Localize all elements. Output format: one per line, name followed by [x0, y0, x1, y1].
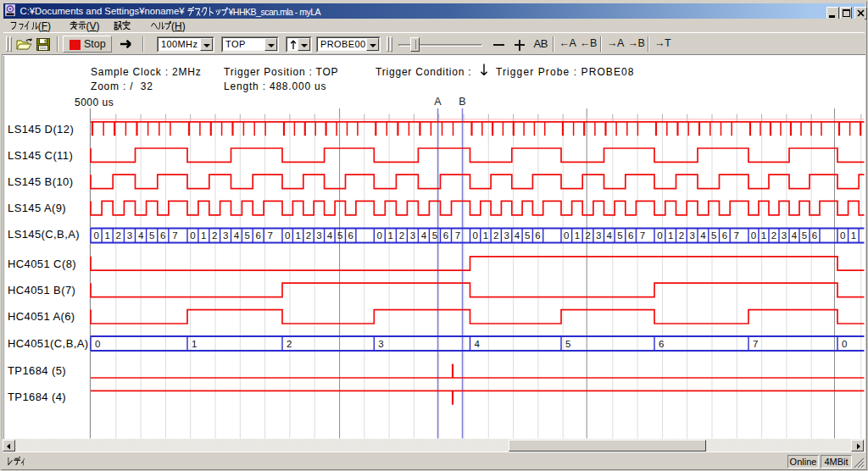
- svg-text:LS145 B(10): LS145 B(10): [8, 175, 73, 188]
- svg-text:6: 6: [443, 230, 448, 241]
- svg-text:2: 2: [116, 230, 121, 241]
- svg-text:0: 0: [95, 339, 100, 349]
- svg-text:0: 0: [657, 230, 662, 241]
- svg-text:B: B: [459, 96, 465, 108]
- svg-text:1: 1: [201, 230, 206, 241]
- svg-text:3: 3: [782, 230, 787, 241]
- svg-text:1: 1: [295, 230, 300, 241]
- svg-text:5: 5: [802, 230, 807, 241]
- svg-text:0: 0: [564, 230, 569, 241]
- svg-text:6: 6: [535, 230, 540, 241]
- svg-text:6: 6: [348, 230, 353, 241]
- svg-text:7: 7: [455, 230, 460, 241]
- svg-text:LS145 D(12): LS145 D(12): [8, 123, 74, 136]
- svg-text:A: A: [434, 96, 442, 108]
- svg-text:2: 2: [306, 230, 311, 241]
- svg-text:TP1684 (4): TP1684 (4): [8, 391, 66, 403]
- svg-text:7: 7: [734, 230, 739, 241]
- svg-text:0: 0: [190, 230, 195, 241]
- svg-text:1: 1: [483, 230, 488, 241]
- svg-text:3: 3: [223, 230, 228, 241]
- svg-text:0: 0: [842, 339, 847, 349]
- svg-text:4: 4: [607, 230, 613, 241]
- svg-text:1: 1: [388, 230, 393, 241]
- svg-text:HC4051 B(7): HC4051 B(7): [8, 284, 75, 296]
- svg-text:5: 5: [711, 230, 716, 241]
- svg-text:3: 3: [689, 230, 694, 241]
- svg-text:6: 6: [160, 230, 165, 241]
- svg-text:3: 3: [127, 230, 132, 241]
- svg-text:5: 5: [565, 339, 570, 349]
- svg-text:2: 2: [287, 339, 292, 349]
- svg-text:0: 0: [840, 230, 845, 241]
- svg-text:7: 7: [267, 230, 272, 241]
- svg-text:LS145 C(11): LS145 C(11): [8, 149, 73, 162]
- svg-text:0: 0: [93, 230, 98, 241]
- svg-text:5: 5: [149, 230, 154, 241]
- svg-text:0: 0: [285, 230, 290, 241]
- svg-text:1: 1: [761, 230, 766, 241]
- svg-text:4: 4: [327, 230, 333, 241]
- svg-text:7: 7: [172, 230, 177, 241]
- svg-text:3: 3: [316, 230, 321, 241]
- svg-text:6: 6: [812, 230, 817, 241]
- svg-text:3: 3: [378, 339, 383, 349]
- svg-text:4: 4: [700, 230, 706, 241]
- svg-text:4: 4: [234, 230, 240, 241]
- svg-text:HC4051 C(8): HC4051 C(8): [8, 258, 76, 270]
- svg-text:2: 2: [212, 230, 217, 241]
- svg-text:0: 0: [751, 230, 756, 241]
- svg-text:5: 5: [617, 230, 622, 241]
- svg-text:4: 4: [515, 230, 520, 241]
- svg-text:6: 6: [722, 230, 727, 241]
- svg-text:1: 1: [575, 230, 580, 241]
- svg-text:LS145 A(9): LS145 A(9): [8, 202, 66, 214]
- svg-text:4: 4: [138, 230, 144, 241]
- svg-text:2: 2: [493, 230, 498, 241]
- svg-text:5: 5: [337, 230, 342, 241]
- svg-text:LS145(C,B,A): LS145(C,B,A): [8, 228, 80, 241]
- svg-text:2: 2: [585, 230, 590, 241]
- svg-text:5: 5: [432, 230, 437, 241]
- svg-text:4: 4: [421, 230, 427, 241]
- svg-text:1: 1: [851, 230, 856, 241]
- svg-text:2: 2: [679, 230, 684, 241]
- svg-text:7: 7: [640, 230, 645, 241]
- svg-text:2: 2: [399, 230, 404, 241]
- svg-text:6: 6: [255, 230, 260, 241]
- svg-text:6: 6: [659, 339, 664, 349]
- svg-text:4: 4: [792, 230, 798, 241]
- svg-text:0: 0: [472, 230, 477, 241]
- svg-text:HC4051(C,B,A): HC4051(C,B,A): [8, 337, 89, 350]
- svg-text:HC4051 A(6): HC4051 A(6): [8, 310, 75, 323]
- svg-text:5: 5: [245, 230, 250, 241]
- svg-text:0: 0: [377, 230, 382, 241]
- svg-text:1: 1: [668, 230, 673, 241]
- svg-text:3: 3: [596, 230, 601, 241]
- svg-text:1: 1: [192, 339, 197, 349]
- svg-text:7: 7: [753, 339, 758, 349]
- svg-text:4: 4: [475, 339, 481, 349]
- svg-text:5: 5: [525, 230, 530, 241]
- svg-text:3: 3: [504, 230, 509, 241]
- svg-text:TP1684 (5): TP1684 (5): [8, 364, 66, 377]
- svg-text:3: 3: [410, 230, 415, 241]
- svg-text:1: 1: [104, 230, 109, 241]
- svg-text:2: 2: [771, 230, 776, 241]
- svg-text:6: 6: [628, 230, 633, 241]
